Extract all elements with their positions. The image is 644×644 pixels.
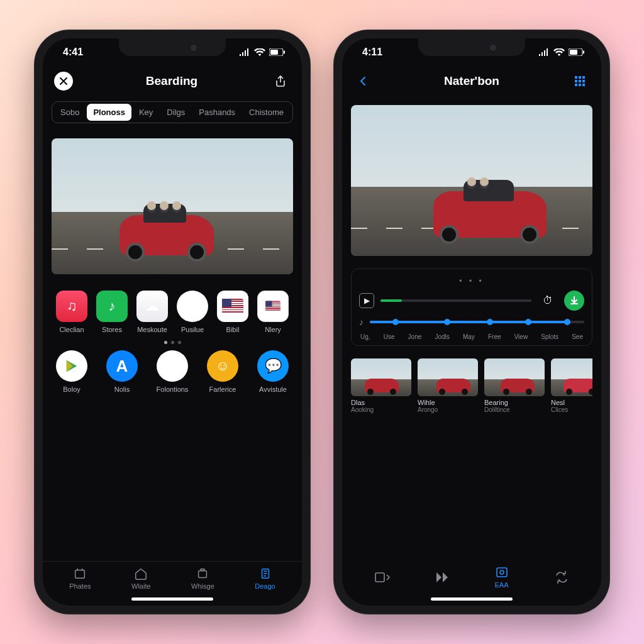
app-label: Bibil: [226, 326, 240, 333]
timer-icon[interactable]: ⏱: [538, 291, 558, 311]
player-controls: • • • ▶ ⏱ ♪: [351, 269, 592, 346]
wifi-icon: [553, 48, 565, 56]
tab-bar: Phates Wlaite Whisge Deago: [43, 561, 302, 591]
svg-rect-16: [579, 84, 581, 86]
svg-rect-17: [582, 84, 585, 86]
svg-rect-12: [575, 80, 577, 82]
app-label: Cleclian: [59, 326, 84, 333]
back-icon[interactable]: [353, 71, 374, 91]
app-flag[interactable]: Bibil: [214, 291, 252, 333]
app-label: Nlery: [265, 326, 281, 333]
app-label: Farlerice: [209, 386, 236, 393]
svg-rect-18: [375, 573, 384, 582]
play-button[interactable]: [434, 570, 450, 584]
svg-rect-10: [579, 76, 581, 79]
navbar: Bearding: [43, 66, 302, 96]
thumb-item[interactable]: DlasAooking: [351, 358, 411, 413]
app-spotify[interactable]: ♪Stores: [93, 291, 131, 333]
status-icons: [239, 48, 286, 56]
svg-rect-2: [284, 51, 285, 54]
thumb-item[interactable]: BearingDoliltince: [484, 358, 545, 413]
share-icon[interactable]: [270, 71, 291, 91]
loop-button[interactable]: [553, 570, 570, 584]
app-grid: ♫Cleclian ♪Stores ☁Meskoute GPusilue Bib…: [49, 291, 296, 401]
home-indicator[interactable]: [131, 597, 213, 601]
segment-dilgs[interactable]: Dilgs: [160, 104, 191, 121]
tab-deago[interactable]: Deago: [255, 567, 275, 590]
tab-wlaite[interactable]: Wlaite: [131, 567, 151, 590]
screen-right: 4:11 Nater'bon • • • ▶: [342, 38, 601, 606]
tab-whisge[interactable]: Whisge: [191, 567, 214, 590]
hero-image[interactable]: [351, 105, 592, 256]
app-row-2: Boloy ANolis PFolontions ☺Farlerice 💬Avv…: [49, 350, 296, 393]
progress-track[interactable]: [380, 299, 531, 302]
tab-phates[interactable]: Phates: [69, 567, 91, 590]
svg-rect-1: [270, 50, 278, 55]
segment-chistome[interactable]: Chistome: [243, 104, 290, 121]
page-dots[interactable]: [49, 341, 296, 344]
svg-rect-15: [575, 84, 577, 86]
svg-point-20: [500, 570, 504, 574]
app-row-1: ♫Cleclian ♪Stores ☁Meskoute GPusilue Bib…: [49, 291, 296, 333]
close-icon[interactable]: [54, 72, 73, 91]
svg-rect-7: [570, 50, 577, 55]
app-play[interactable]: Boloy: [53, 350, 91, 393]
app-appstore[interactable]: ANolis: [103, 350, 141, 393]
svg-rect-13: [579, 80, 581, 82]
scrubber-row[interactable]: ♪: [359, 317, 584, 327]
svg-rect-4: [199, 570, 207, 577]
skip-back-button[interactable]: [374, 570, 391, 584]
signal-icon: [538, 48, 550, 56]
app-label: Avvistule: [259, 386, 287, 393]
thumb-item[interactable]: WihleArongo: [418, 358, 478, 413]
segment-pashands[interactable]: Pashands: [192, 104, 242, 121]
status-time: 4:11: [362, 47, 382, 58]
filter-segments: Sobo Plonoss Key Dilgs Pashands Chistome: [52, 101, 293, 123]
app-label: Nolis: [114, 386, 130, 393]
segment-plonoss[interactable]: Plonoss: [87, 104, 131, 121]
ellipsis-icon[interactable]: • • •: [359, 277, 584, 286]
home-indicator[interactable]: [431, 597, 513, 601]
battery-icon: [269, 48, 286, 56]
screen-left: 4:41 Bearding Sobo Plonoss Key Dilgs Pas…: [43, 38, 302, 606]
app-cloud[interactable]: ☁Meskoute: [133, 291, 171, 333]
sound-icon: ♪: [359, 317, 364, 327]
app-ambient[interactable]: ☺Farlerice: [204, 350, 242, 393]
svg-rect-11: [582, 76, 585, 79]
svg-rect-19: [497, 568, 507, 577]
app-label: Pusilue: [181, 326, 204, 333]
svg-rect-8: [583, 51, 584, 54]
signal-icon: [239, 48, 250, 56]
hero-image[interactable]: [52, 138, 293, 274]
app-label: Boloy: [63, 386, 80, 393]
app-pinterest[interactable]: PFolontions: [153, 350, 191, 393]
app-google[interactable]: GPusilue: [174, 291, 211, 333]
svg-rect-3: [75, 570, 85, 579]
app-label: Folontions: [157, 386, 189, 393]
app-chat[interactable]: 💬Avvistule: [254, 350, 292, 393]
battery-icon: [569, 48, 585, 56]
wifi-icon: [254, 48, 265, 56]
notch: [418, 38, 525, 56]
page-title: Nater'bon: [444, 74, 499, 88]
app-news[interactable]: Nlery: [254, 291, 292, 333]
status-time: 4:41: [63, 47, 83, 58]
grid-icon[interactable]: [570, 71, 590, 91]
app-music[interactable]: ♫Cleclian: [53, 291, 91, 333]
preview-icon[interactable]: ▶: [359, 293, 374, 308]
app-label: Meskoute: [137, 326, 167, 333]
status-icons: [538, 48, 585, 56]
segment-key[interactable]: Key: [133, 104, 159, 121]
download-button[interactable]: [564, 291, 584, 311]
phone-right: 4:11 Nater'bon • • • ▶: [333, 30, 610, 614]
segment-sobo[interactable]: Sobo: [54, 104, 86, 121]
thumbnail-row: DlasAooking WihleArongo BearingDoliltinc…: [351, 358, 592, 413]
navbar: Nater'bon: [342, 66, 601, 96]
progress-row: ▶ ⏱: [359, 291, 584, 311]
svg-rect-14: [582, 80, 585, 82]
thumb-item[interactable]: NeslClices: [551, 358, 592, 413]
notch: [119, 38, 226, 56]
app-label: Stores: [102, 326, 122, 333]
eaa-button[interactable]: EAA: [494, 565, 510, 589]
page-title: Bearding: [146, 74, 197, 88]
